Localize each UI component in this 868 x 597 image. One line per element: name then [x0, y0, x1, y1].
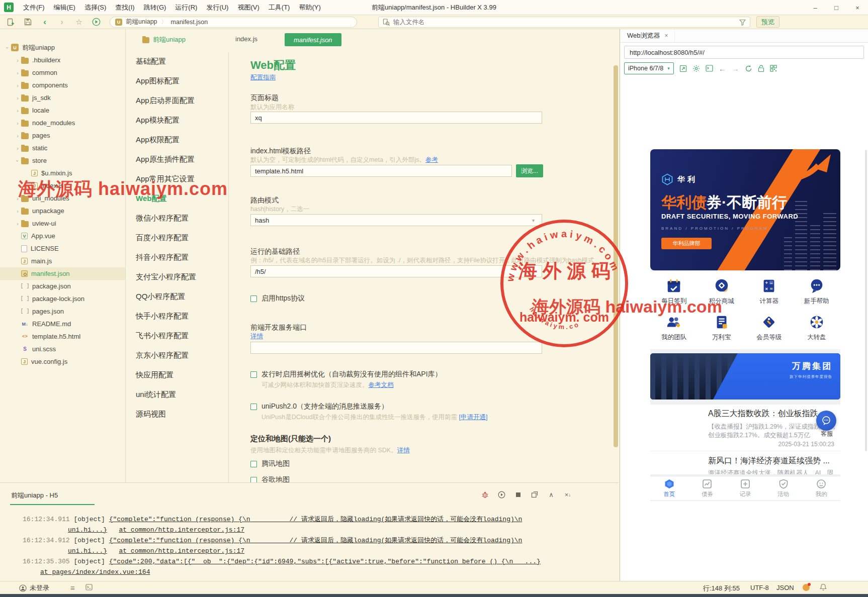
quick-action-lucky-wheel[interactable]: 大转盘	[793, 314, 841, 349]
tree-item-package.json[interactable]: [ ]package.json	[0, 280, 125, 292]
close-button[interactable]: ×	[847, 0, 868, 15]
qrcode-icon[interactable]	[770, 65, 777, 72]
reference-doc-link[interactable]: 参考文档	[369, 381, 394, 388]
back-icon[interactable]: ‹	[38, 16, 51, 28]
filetype-indicator[interactable]: JSON	[776, 584, 794, 591]
config-nav-active-7[interactable]: Web配置	[136, 193, 221, 204]
app-tab-bonds[interactable]: 债券	[688, 476, 727, 500]
menu-item[interactable]: 发行(U)	[202, 0, 233, 15]
tree-item-unpackage[interactable]: ›unpackage	[0, 205, 125, 217]
console-object-link[interactable]: uni.hi...}	[68, 526, 107, 534]
config-nav-17[interactable]: uni统计配置	[136, 389, 221, 400]
quick-action-wanlibao[interactable]: 万利宝	[698, 314, 746, 349]
bookmark-star-icon[interactable]: ☆	[72, 16, 85, 28]
browser-scrollbar[interactable]	[865, 150, 867, 451]
chevron-collapsed-icon[interactable]: ›	[14, 95, 21, 101]
chevron-collapsed-icon[interactable]: ›	[14, 133, 21, 139]
run-circle-icon[interactable]	[497, 490, 506, 499]
chevron-collapsed-icon[interactable]: ›	[14, 208, 21, 214]
config-nav-2[interactable]: App启动界面配置	[136, 95, 221, 106]
router-mode-select[interactable]	[250, 214, 542, 226]
config-nav-4[interactable]: App权限配置	[136, 135, 221, 145]
menu-item[interactable]: 运行(R)	[170, 0, 202, 15]
tree-item-uview-ui[interactable]: ›uview-ui	[0, 217, 125, 230]
update-badge-icon[interactable]	[803, 584, 810, 591]
breadcrumb[interactable]: U 前端uniapp 〉 manifest.json	[110, 17, 357, 28]
dev-port-input[interactable]	[250, 342, 542, 354]
console-object-link[interactable]: uni.hi...}	[68, 547, 107, 555]
address-bar[interactable]	[624, 46, 864, 59]
save-icon[interactable]	[21, 16, 34, 28]
config-nav-16[interactable]: 快应用配置	[136, 370, 221, 380]
menu-item[interactable]: 工具(T)	[264, 0, 295, 15]
maximize-button[interactable]: □	[826, 0, 847, 15]
brand-button[interactable]: 华利品牌部	[661, 238, 712, 249]
config-nav-6[interactable]: App常用其它设置	[136, 174, 221, 184]
config-nav-8[interactable]: 微信小程序配置	[136, 213, 221, 223]
tree-item-LICENSE[interactable]: LICENSE	[0, 242, 125, 255]
tree-item-store[interactable]: ›store	[0, 154, 125, 167]
nav-forward-icon[interactable]: →	[732, 64, 739, 73]
tree-item-uni.scss[interactable]: Suni.scss	[0, 343, 125, 355]
editor-scrollbar[interactable]	[614, 65, 618, 447]
tab-project-folder[interactable]: 前端uniapp	[142, 35, 186, 44]
config-nav-18[interactable]: 源码视图	[136, 409, 221, 419]
quick-action-my-team[interactable]: 我的团队	[650, 314, 698, 349]
app-tab-records[interactable]: 记录	[726, 476, 764, 500]
tree-item-jssdk[interactable]: ›js_sdk	[0, 91, 125, 104]
base-path-input[interactable]	[250, 265, 542, 277]
resize-icon[interactable]	[679, 65, 687, 72]
filter-funnel-icon[interactable]	[739, 19, 746, 26]
tree-item-common[interactable]: ›common	[0, 66, 125, 79]
tree-item-App.vue[interactable]: VApp.vue	[0, 230, 125, 242]
close-tab-icon[interactable]: ×	[665, 32, 668, 39]
config-nav-15[interactable]: 京东小程序配置	[136, 350, 221, 360]
menu-item[interactable]: 文件(F)	[19, 0, 49, 15]
config-nav-3[interactable]: App模块配置	[136, 115, 221, 125]
tree-item-index.js[interactable]: Jindex.js	[0, 179, 125, 192]
tree-item-pages[interactable]: ›pages	[0, 129, 125, 142]
chevron-collapsed-icon[interactable]: ›	[14, 108, 21, 114]
clear-close-icon[interactable]: ×↓	[563, 490, 572, 499]
page-title-input[interactable]	[250, 112, 542, 124]
tree-item-manifest.json[interactable]: manifest.json	[0, 267, 125, 280]
new-file-icon[interactable]	[4, 16, 17, 28]
template-path-input[interactable]	[250, 165, 512, 177]
browser-tab[interactable]: Web浏览器×	[627, 29, 675, 42]
config-nav-10[interactable]: 抖音小程序配置	[136, 252, 221, 262]
tree-item-unimodules[interactable]: ›uni_modules	[0, 192, 125, 205]
chevron-collapsed-icon[interactable]: ›	[14, 120, 21, 126]
console-object-link[interactable]: {"code":200,"data":[{"__ob__":{"dep":{"i…	[109, 558, 541, 565]
url-input[interactable]	[630, 49, 858, 56]
file-search-input[interactable]	[393, 19, 739, 26]
treeshake-checkbox[interactable]: 发行时启用摇树优化（自动裁剪没有使用的组件和API库）	[250, 370, 442, 379]
app-tab-activity[interactable]: 活动	[764, 476, 803, 500]
tree-item-template.h5.html[interactable]: <>template.h5.html	[0, 330, 125, 343]
forward-icon[interactable]: ›	[55, 16, 68, 28]
console-object-link[interactable]: {"complete":"function (response) {\n // …	[109, 537, 523, 544]
file-search-box[interactable]	[378, 17, 750, 28]
detail-link[interactable]: 详情	[250, 332, 263, 341]
collapse-panel-icon[interactable]: ∧	[547, 490, 556, 499]
apply-link[interactable]: [申请开通]	[459, 414, 487, 421]
https-checkbox[interactable]: 启用https协议	[250, 294, 305, 303]
lock-icon[interactable]	[758, 65, 764, 72]
config-guide-link[interactable]: 配置指南	[250, 73, 276, 82]
tree-item-static[interactable]: ›static	[0, 142, 125, 154]
menu-item[interactable]: 跳转(G)	[139, 0, 171, 15]
open-window-icon[interactable]	[530, 490, 539, 499]
breadcrumb-project[interactable]: 前端uniapp	[126, 18, 157, 26]
tree-item-components[interactable]: ›components	[0, 79, 125, 91]
config-nav-5[interactable]: App原生插件配置	[136, 154, 221, 164]
quick-action-daily-signin[interactable]: 每日签到	[650, 277, 698, 313]
refresh-icon[interactable]	[745, 65, 752, 72]
config-nav-9[interactable]: 百度小程序配置	[136, 233, 221, 243]
chevron-collapsed-icon[interactable]: ›	[14, 145, 21, 151]
tree-item-$u.mixin.js[interactable]: J$u.mixin.js	[0, 167, 125, 179]
menu-item[interactable]: 帮助(Y)	[294, 0, 325, 15]
config-nav-1[interactable]: App图标配置	[136, 76, 221, 86]
tree-item-uniapp[interactable]: ›U前端uniapp	[0, 41, 125, 54]
line-col-indicator[interactable]: 行:148 列:55	[703, 584, 740, 593]
quick-action-calculator[interactable]: +−×=计算器	[745, 277, 793, 313]
app-tab-mine[interactable]: 我的	[802, 476, 840, 500]
